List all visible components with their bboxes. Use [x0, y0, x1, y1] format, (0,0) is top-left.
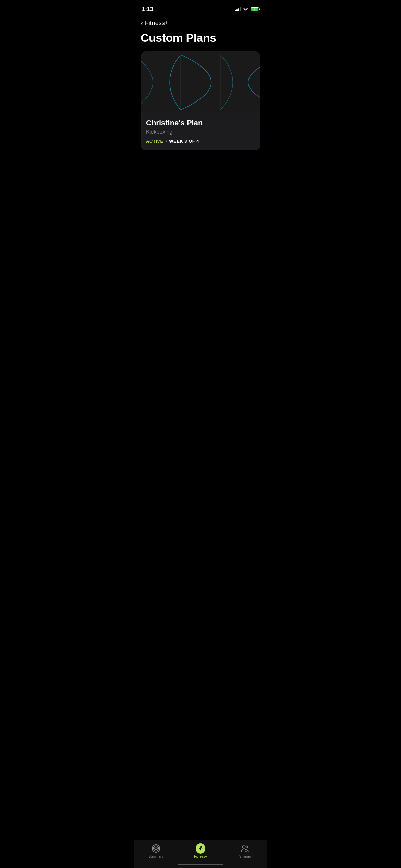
wifi-icon: [243, 7, 248, 11]
status-icons: ⚡: [235, 7, 259, 11]
plan-status-dot: •: [166, 138, 167, 144]
back-chevron-icon: ‹: [141, 19, 143, 27]
status-bar: 1:13 ⚡: [134, 0, 267, 16]
status-time: 1:13: [142, 6, 153, 13]
signal-bars-icon: [235, 7, 241, 11]
plan-status-active: ACTIVE: [146, 138, 163, 144]
plan-card[interactable]: Christine's Plan Kickboxing ACTIVE • WEE…: [141, 51, 260, 150]
plan-card-image: [141, 51, 260, 113]
back-nav[interactable]: ‹ Fitness+: [134, 16, 267, 28]
plan-type: Kickboxing: [146, 129, 255, 135]
plan-status-row: ACTIVE • WEEK 3 OF 4: [146, 138, 255, 144]
plan-status-week: WEEK 3 OF 4: [169, 138, 199, 144]
plan-name: Christine's Plan: [146, 119, 255, 128]
battery-icon: ⚡: [251, 7, 259, 11]
plan-card-decoration: [141, 51, 260, 113]
page-title: Custom Plans: [134, 28, 267, 51]
svg-rect-0: [141, 55, 260, 110]
back-label: Fitness+: [145, 20, 169, 27]
plan-card-content: Christine's Plan Kickboxing ACTIVE • WEE…: [141, 113, 260, 150]
